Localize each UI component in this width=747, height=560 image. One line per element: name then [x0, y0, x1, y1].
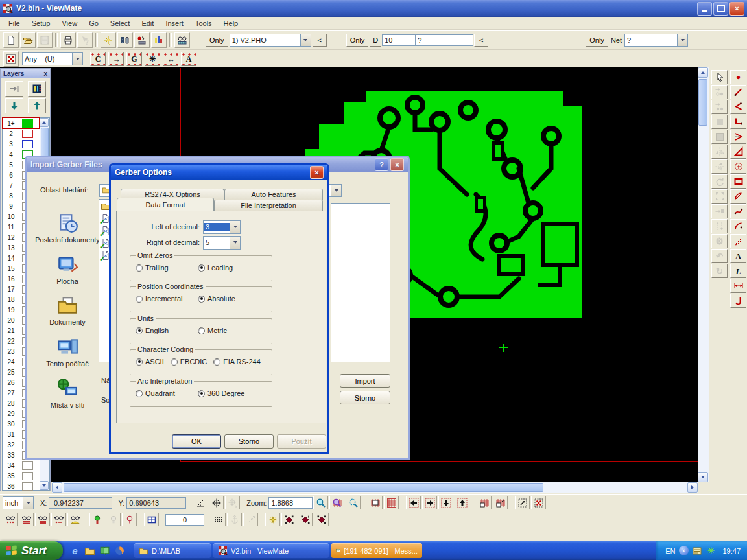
view-glasses-film-button[interactable]: [35, 513, 50, 526]
draw-pad-button[interactable]: ●: [730, 70, 746, 84]
menu-item-help[interactable]: Help: [218, 18, 244, 29]
radio-button-icon[interactable]: [213, 358, 220, 366]
help-book-icon[interactable]: [99, 545, 110, 556]
dcode-query-field[interactable]: ?: [416, 34, 473, 46]
layers-panel-titlebar[interactable]: Layers x: [1, 69, 50, 78]
send-to-layer-button[interactable]: [5, 81, 23, 97]
pointer-button[interactable]: [711, 70, 728, 84]
draw-route-button[interactable]: [730, 115, 746, 129]
layer-row-2[interactable]: 2: [3, 128, 39, 139]
dcode-film-button[interactable]: [134, 32, 150, 48]
radio-eia-rs-244[interactable]: EIA RS-244: [213, 358, 260, 366]
print-button[interactable]: [60, 32, 76, 48]
menu-item-edit[interactable]: Edit: [136, 18, 160, 29]
radio-quadrant[interactable]: Quadrant: [136, 390, 198, 397]
right-of-decimal-combo[interactable]: 5: [203, 236, 241, 250]
dcode-value-field[interactable]: 10: [382, 34, 416, 46]
language-indicator[interactable]: EN: [665, 547, 675, 555]
folder-quick-icon[interactable]: [84, 545, 95, 556]
zoom-select-button[interactable]: [346, 496, 361, 509]
units-combo[interactable]: inch: [3, 496, 34, 509]
tab-file-interpretation[interactable]: File Interpretation: [214, 200, 323, 211]
menu-item-file[interactable]: File: [3, 18, 26, 29]
layer-color-swatch[interactable]: [22, 130, 33, 138]
layer-film-button[interactable]: [28, 81, 46, 97]
relative-origin-button[interactable]: [225, 496, 240, 509]
open-file-button[interactable]: [20, 32, 36, 48]
scroll-down-icon[interactable]: [698, 472, 708, 482]
diamond-pad-button[interactable]: [281, 513, 296, 526]
vertical-scrollbar[interactable]: [698, 67, 709, 482]
scroll-left-icon[interactable]: [52, 482, 62, 493]
scale-button[interactable]: [711, 189, 728, 204]
view-glasses-dots-button[interactable]: [3, 513, 18, 526]
selection-dots-button[interactable]: [531, 496, 546, 509]
rotate-any-button[interactable]: ↻: [711, 264, 728, 278]
only-net-button[interactable]: Only: [586, 34, 608, 47]
ie-icon[interactable]: e: [69, 545, 80, 556]
firefox-icon[interactable]: [114, 545, 125, 556]
place-tento-po-ta-[interactable]: Tento počítač: [46, 336, 88, 368]
tab-auto-features[interactable]: Auto Features: [224, 189, 323, 200]
draw-text-button[interactable]: A: [730, 249, 746, 263]
select-net-button[interactable]: ↔: [163, 52, 178, 66]
select-area-button[interactable]: [711, 115, 728, 129]
mirror-vertical-button[interactable]: [711, 159, 728, 174]
cancel-button[interactable]: Storno: [224, 434, 274, 449]
radio-360-degree[interactable]: 360 Degree: [198, 390, 260, 397]
pan-up-button[interactable]: [455, 496, 469, 509]
select-all-button[interactable]: [711, 130, 728, 144]
menu-item-view[interactable]: View: [56, 18, 83, 29]
radio-button-icon[interactable]: [136, 327, 143, 334]
settings-gear-button[interactable]: ⚙: [711, 234, 728, 248]
gerber-dialog-close-button[interactable]: ×: [310, 166, 324, 179]
layer-scroll-up-icon[interactable]: [40, 118, 49, 127]
select-group-button[interactable]: G: [126, 52, 142, 66]
radio-leading[interactable]: Leading: [198, 264, 260, 272]
grid-button[interactable]: [384, 496, 399, 509]
net-combo[interactable]: ?: [624, 34, 688, 47]
layer-back-button[interactable]: <: [313, 34, 327, 47]
radio-button-icon[interactable]: [171, 358, 178, 366]
zoom-grid-button[interactable]: [329, 496, 344, 509]
layer-scroll-down-icon[interactable]: [40, 481, 49, 490]
layer-row-35[interactable]: 35: [3, 471, 39, 481]
start-button[interactable]: Start: [0, 541, 63, 560]
import-button[interactable]: Import: [340, 374, 390, 388]
radio-incremental[interactable]: Incremental: [136, 295, 198, 303]
radio-button-icon[interactable]: [198, 296, 205, 303]
draw-circle-button[interactable]: [730, 159, 746, 174]
draw-sketch-button[interactable]: [730, 234, 746, 248]
lamp-off-button[interactable]: [106, 513, 121, 526]
notes-tray-icon[interactable]: [692, 546, 702, 556]
maximize-button[interactable]: [713, 2, 728, 16]
radio-button-icon[interactable]: [136, 390, 143, 397]
measure-glasses-button[interactable]: [174, 32, 190, 48]
select-group-button[interactable]: [711, 100, 728, 114]
layer-up-button[interactable]: [28, 98, 46, 113]
radio-button-icon[interactable]: [198, 327, 205, 334]
draw-arc-angle-button[interactable]: [730, 130, 746, 144]
place-posledn-dokumenty[interactable]: Poslední dokumenty: [35, 212, 100, 244]
view-glasses-trace-button[interactable]: [51, 513, 66, 526]
select-help-button[interactable]: ?: [77, 32, 93, 48]
nudge-button[interactable]: [711, 219, 728, 233]
radio-trailing[interactable]: Trailing: [136, 264, 198, 272]
radio-button-icon[interactable]: [136, 296, 143, 303]
layer-row-3[interactable]: 3: [3, 139, 39, 149]
menu-item-select[interactable]: Select: [104, 18, 136, 29]
radio-button-icon[interactable]: [198, 390, 205, 397]
dcode-back-button[interactable]: <: [474, 34, 488, 47]
horizontal-scroll-thumb[interactable]: [64, 483, 543, 492]
layer-row-1[interactable]: 1+: [3, 118, 39, 128]
transform-button[interactable]: [711, 204, 728, 218]
place-dokumenty[interactable]: Dokumenty: [49, 294, 86, 327]
draw-hook-button[interactable]: [730, 294, 746, 308]
mirror-horizontal-button[interactable]: [711, 145, 728, 159]
select-trace-button[interactable]: →: [108, 52, 124, 66]
select-pad-button[interactable]: [711, 85, 728, 99]
place-plocha[interactable]: Plocha: [56, 253, 78, 286]
flash-highlight-button[interactable]: [101, 32, 116, 48]
view-glasses-lines-button[interactable]: [19, 513, 34, 526]
snap-arrow-button[interactable]: [243, 513, 258, 526]
